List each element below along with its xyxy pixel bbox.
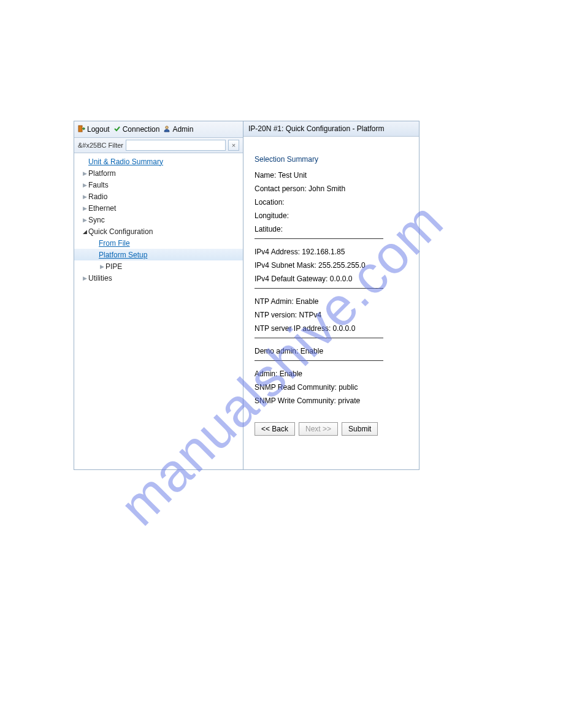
tree-label: Platform	[88, 169, 116, 178]
tree-item-sync[interactable]: ▶ Sync	[74, 214, 243, 226]
user-icon	[163, 125, 170, 134]
summary-ntp-server: NTP server IP address: 0.0.0.0	[255, 324, 408, 333]
summary-ntp-version: NTP version: NTPv4	[255, 311, 408, 319]
next-button: Next >>	[299, 422, 338, 436]
tree-label: Quick Configuration	[88, 227, 153, 236]
tree-label: Radio	[88, 192, 107, 201]
back-button[interactable]: << Back	[255, 422, 295, 436]
separator	[255, 360, 383, 361]
wizard-buttons: << Back Next >> Submit	[255, 422, 408, 436]
summary-ipv4-gw: IPv4 Default Gateway: 0.0.0.0	[255, 275, 408, 283]
triangle-right-icon: ▶	[82, 205, 88, 211]
check-icon	[113, 125, 121, 134]
tree-item-ethernet[interactable]: ▶ Ethernet	[74, 202, 243, 214]
admin-link[interactable]: Admin	[163, 125, 193, 134]
filter-bar: &#x25BC Filter ×	[74, 138, 243, 153]
summary-snmp-write: SNMP Write Community: private	[255, 396, 408, 405]
tree-label: Sync	[88, 216, 105, 224]
triangle-right-icon: ▶	[99, 264, 105, 270]
app-window: Logout Connection Admin	[74, 121, 419, 470]
content-panel: IP-20N #1: Quick Configuration - Platfor…	[243, 121, 419, 469]
summary-demo-admin: Demo admin: Enable	[255, 347, 408, 355]
tree-label: Unit & Radio Summary	[88, 157, 163, 166]
content-title: IP-20N #1: Quick Configuration - Platfor…	[243, 121, 419, 137]
separator	[255, 288, 383, 289]
tree-item-quick-configuration[interactable]: ◢ Quick Configuration	[74, 226, 243, 237]
triangle-down-icon: ◢	[82, 229, 88, 235]
svg-point-1	[166, 126, 168, 128]
tree-item-platform-setup[interactable]: Platform Setup	[74, 249, 243, 260]
filter-label: &#x25BC Filter	[78, 142, 123, 149]
content-body: Selection Summary Name: Test Unit Contac…	[243, 137, 419, 469]
connection-link[interactable]: Connection	[113, 125, 160, 134]
submit-button[interactable]: Submit	[342, 422, 378, 436]
nav-tree: Unit & Radio Summary ▶ Platform ▶ Faults…	[74, 153, 243, 469]
triangle-right-icon: ▶	[82, 217, 88, 223]
summary-longitude: Longitude:	[255, 211, 408, 220]
summary-location: Location:	[255, 198, 408, 207]
tree-item-from-file[interactable]: From File	[74, 237, 243, 249]
tree-label: Platform Setup	[99, 251, 147, 259]
tree-label: From File	[99, 239, 130, 248]
tree-item-pipe[interactable]: ▶ PIPE	[74, 260, 243, 272]
tree-item-radio[interactable]: ▶ Radio	[74, 191, 243, 202]
tree-label: Faults	[88, 181, 109, 189]
nav-toolbar: Logout Connection Admin	[74, 121, 243, 138]
summary-latitude: Latitude:	[255, 225, 408, 233]
tree-label: Ethernet	[88, 204, 116, 213]
admin-label: Admin	[172, 125, 193, 134]
summary-ipv4-addr: IPv4 Address: 192.168.1.85	[255, 248, 408, 256]
tree-label: PIPE	[105, 262, 122, 271]
summary-name: Name: Test Unit	[255, 171, 408, 180]
summary-ntp-admin: NTP Admin: Enable	[255, 297, 408, 306]
triangle-right-icon: ▶	[82, 170, 88, 176]
separator	[255, 238, 383, 239]
triangle-right-icon: ▶	[82, 275, 88, 281]
connection-label: Connection	[123, 125, 160, 134]
filter-input[interactable]	[126, 140, 226, 151]
logout-icon	[78, 125, 85, 134]
summary-snmp-read: SNMP Read Community: public	[255, 383, 408, 392]
filter-clear-button[interactable]: ×	[228, 140, 239, 151]
separator	[255, 338, 383, 338]
summary-admin: Admin: Enable	[255, 370, 408, 378]
nav-panel: Logout Connection Admin	[74, 121, 243, 469]
logout-link[interactable]: Logout	[78, 125, 110, 134]
logout-label: Logout	[87, 125, 110, 134]
tree-item-faults[interactable]: ▶ Faults	[74, 179, 243, 191]
section-title: Selection Summary	[255, 155, 408, 164]
triangle-right-icon: ▶	[82, 182, 88, 188]
tree-item-unit-radio-summary[interactable]: Unit & Radio Summary	[74, 156, 243, 167]
summary-contact: Contact person: John Smith	[255, 184, 408, 193]
triangle-right-icon: ▶	[82, 194, 88, 200]
summary-ipv4-mask: IPv4 Subnet Mask: 255.255.255.0	[255, 261, 408, 270]
tree-item-platform[interactable]: ▶ Platform	[74, 167, 243, 179]
tree-item-utilities[interactable]: ▶ Utilities	[74, 272, 243, 284]
tree-label: Utilities	[88, 274, 112, 282]
svg-rect-0	[79, 126, 82, 132]
